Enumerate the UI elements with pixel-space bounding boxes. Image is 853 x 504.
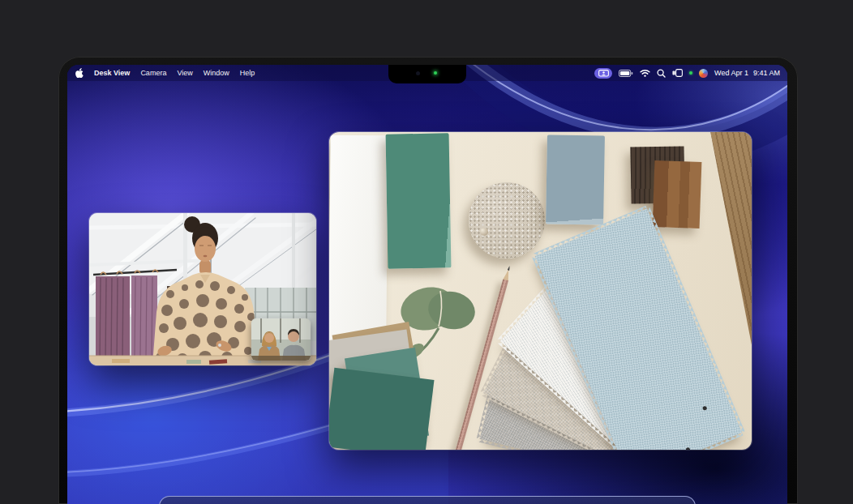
green-status-dot [689,71,692,75]
pinked-edge [647,207,745,433]
teal-square-dark [329,368,435,450]
time-label: 9:41 AM [753,69,780,77]
macbook-screen: Desk View Camera View Window Help [67,65,787,504]
menu-bar-status: Wed Apr 1 9:41 AM [594,68,780,79]
snap-hole [685,447,691,450]
facetime-preview-window[interactable] [89,213,316,365]
camera-indicator-light [434,71,437,75]
menu-bar-clock[interactable]: Wed Apr 1 9:41 AM [714,69,780,77]
screen-sharing-indicator-icon[interactable] [594,68,612,79]
apple-icon[interactable] [75,68,84,79]
bottom-peeking-window[interactable] [159,496,696,504]
menu-view[interactable]: View [177,69,192,77]
camera-lens-icon [416,71,420,75]
display-notch [388,65,466,83]
teal-tile [386,133,452,268]
display-person-glyph [598,70,609,77]
spotlight-search-icon[interactable] [657,69,666,78]
pencil-graphite [507,266,510,271]
blue-gray-tile [546,135,605,224]
pinked-edge [498,282,552,341]
screenshot-stage: Desk View Camera View Window Help [0,0,853,504]
menu-window[interactable]: Window [204,69,229,77]
pip-scene [251,318,311,361]
menu-app-title[interactable]: Desk View [94,69,130,77]
macbook-body: Desk View Camera View Window Help [58,57,798,504]
menu-extra-icon[interactable] [672,69,683,77]
snap-hole [702,405,708,411]
menu-bar-left: Desk View Camera View Window Help [75,68,255,79]
desk-view-window[interactable] [329,132,752,450]
felt-disc [469,182,545,258]
facetime-pip[interactable] [251,318,311,361]
wifi-icon[interactable] [640,69,650,77]
menu-help[interactable]: Help [240,69,255,77]
walnut-wood-sample [653,160,702,229]
date-label: Wed Apr 1 [714,69,748,77]
felt-disc-hole [480,228,488,236]
user-avatar-icon[interactable] [699,69,708,78]
battery-icon[interactable] [619,70,633,77]
menu-camera[interactable]: Camera [140,69,166,77]
